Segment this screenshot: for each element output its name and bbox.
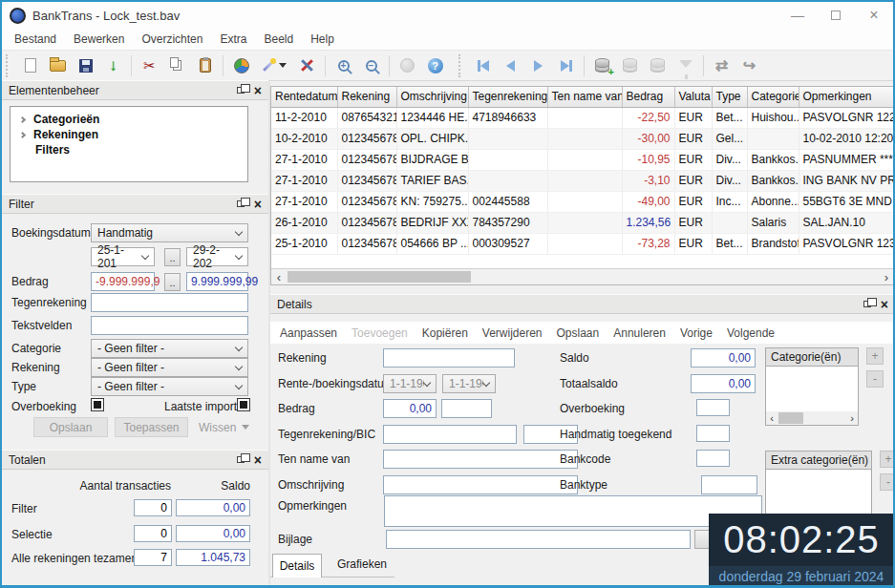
- type-filter-select[interactable]: - Geen filter -: [91, 377, 248, 396]
- scroll-left-button[interactable]: ‹: [766, 411, 778, 425]
- column-header-type[interactable]: Type: [712, 87, 747, 107]
- transaction-row[interactable]: 27-1-2010012345678TARIEF BAS...-3,10EURD…: [271, 170, 894, 191]
- close-panel-icon[interactable]: ×: [254, 453, 262, 467]
- close-panel-icon[interactable]: ×: [881, 298, 888, 311]
- rekening-input[interactable]: [383, 348, 515, 368]
- column-header-opmerkingen[interactable]: Opmerkingen: [799, 87, 894, 107]
- overboeking-checkbox[interactable]: [91, 398, 104, 411]
- delete-record-button[interactable]: [644, 52, 671, 78]
- table-horizontal-scrollbar[interactable]: ‹ ›: [271, 268, 894, 284]
- categorie-filter-select[interactable]: - Geen filter -: [91, 339, 248, 358]
- copy-button[interactable]: [163, 52, 191, 78]
- overboeking-field[interactable]: [696, 399, 730, 416]
- transaction-row[interactable]: 26-1-2010012345678BEDRIJF XXX7843572901.…: [271, 212, 894, 233]
- scrollbar-thumb[interactable]: [778, 412, 803, 424]
- transaction-row[interactable]: 11-2-20100876543211234446 HE...471894663…: [271, 107, 894, 128]
- transfer-button[interactable]: ⇄: [708, 52, 735, 78]
- categorieen-scrollbar[interactable]: ‹ ›: [766, 411, 858, 425]
- scroll-left-button[interactable]: ‹: [271, 269, 287, 284]
- close-panel-icon[interactable]: ×: [254, 84, 262, 97]
- banktype-field[interactable]: [701, 475, 757, 494]
- details-action-volgende[interactable]: Volgende: [727, 326, 775, 340]
- date-from-select[interactable]: 25-1-201: [91, 247, 155, 266]
- help-button[interactable]: ?: [421, 52, 449, 78]
- toolbar-grip[interactable]: [458, 54, 464, 77]
- bedrag-extra-input[interactable]: [441, 399, 492, 418]
- float-panel-icon[interactable]: [237, 200, 245, 207]
- column-header-valuta[interactable]: Valuta: [674, 87, 712, 107]
- tegenrekening-input[interactable]: [91, 293, 248, 312]
- date-range-button[interactable]: ..: [164, 248, 181, 266]
- boekingsdatum-detail-select[interactable]: 1-1-190(: [442, 374, 496, 393]
- menu-item-overzichten[interactable]: Overzichten: [133, 31, 211, 48]
- column-header-rentedatum[interactable]: Rentedatum: [271, 87, 337, 107]
- tree-item-rekeningen[interactable]: Rekeningen: [14, 127, 244, 142]
- last-record-button[interactable]: [552, 52, 580, 78]
- details-action-verwijderen[interactable]: Verwijderen: [482, 326, 543, 340]
- tegenrekening-bic-input[interactable]: [383, 425, 517, 444]
- bijlage-input[interactable]: [386, 530, 691, 549]
- charts-button[interactable]: [227, 52, 255, 78]
- bedrag-range-button[interactable]: ..: [164, 273, 181, 291]
- toepassen-button[interactable]: Toepassen: [115, 417, 188, 437]
- transaction-row[interactable]: 27-1-2010012345678KN: 759275...002445588…: [271, 191, 894, 212]
- bankcode-field[interactable]: [696, 450, 730, 467]
- paste-button[interactable]: [191, 52, 219, 78]
- ten-name-van-input[interactable]: [383, 450, 578, 469]
- zoom-in-button[interactable]: +: [330, 52, 357, 78]
- chevron-right-icon[interactable]: [19, 116, 26, 122]
- details-action-annuleren[interactable]: Annuleren: [613, 326, 666, 340]
- details-action-kopiren[interactable]: Kopiëren: [422, 326, 468, 340]
- float-panel-icon[interactable]: [237, 87, 245, 94]
- globe-button[interactable]: [394, 52, 421, 78]
- menu-item-bewerken[interactable]: Bewerken: [65, 31, 133, 48]
- filter-records-button[interactable]: [671, 52, 699, 78]
- menu-item-bestand[interactable]: Bestand: [6, 31, 65, 48]
- previous-record-button[interactable]: [497, 52, 524, 78]
- chevron-right-icon[interactable]: [19, 131, 26, 137]
- details-action-vorige[interactable]: Vorige: [680, 326, 713, 340]
- details-action-aanpassen[interactable]: Aanpassen: [280, 326, 337, 340]
- transaction-row[interactable]: 27-1-2010012345678BIJDRAGE B...-10,95EUR…: [271, 149, 894, 170]
- bedrag-min-input[interactable]: -9.999.999,9: [91, 272, 155, 291]
- opslaan-filter-button[interactable]: Opslaan: [33, 417, 108, 437]
- handmatig-toegekend-field[interactable]: [696, 425, 730, 442]
- remove-categorie-button[interactable]: -: [866, 370, 884, 388]
- boekingsdatum-select[interactable]: Handmatig: [91, 223, 248, 242]
- float-panel-icon[interactable]: [237, 456, 245, 463]
- column-header-omschrijving[interactable]: Omschrijving: [396, 87, 468, 107]
- export-button[interactable]: ↪: [735, 52, 763, 78]
- tools-button[interactable]: [293, 52, 321, 78]
- tree-item-categorieen[interactable]: Categorieën: [14, 112, 244, 127]
- save-button[interactable]: [72, 52, 99, 78]
- bedrag-input[interactable]: 0,00: [383, 399, 437, 418]
- next-record-button[interactable]: [524, 52, 552, 78]
- maximize-button[interactable]: [817, 2, 855, 29]
- laatste-import-checkbox[interactable]: [237, 398, 250, 411]
- date-to-select[interactable]: 29-2-202: [186, 247, 248, 266]
- tree-item-filters[interactable]: Filters: [14, 142, 244, 158]
- menu-item-help[interactable]: Help: [302, 31, 343, 48]
- float-panel-icon[interactable]: [863, 301, 871, 307]
- scroll-right-button[interactable]: ›: [846, 411, 858, 425]
- tekstvelden-input[interactable]: [91, 316, 248, 335]
- close-panel-icon[interactable]: ×: [254, 198, 262, 211]
- opmerkingen-textarea[interactable]: [384, 495, 762, 527]
- column-header-ten-name-van[interactable]: Ten name van: [547, 87, 622, 107]
- tab-grafieken[interactable]: Grafieken: [337, 557, 387, 571]
- remove-extra-categorie-button[interactable]: -: [880, 473, 895, 491]
- edit-record-button[interactable]: [616, 52, 644, 78]
- column-header-rekening[interactable]: Rekening: [337, 87, 396, 107]
- column-header-categorie[interactable]: Categorie: [747, 87, 799, 107]
- new-file-button[interactable]: [16, 52, 44, 78]
- omschrijving-input[interactable]: [383, 475, 578, 494]
- transaction-row[interactable]: 10-2-2010012345678OPL. CHIPK...-30,00EUR…: [271, 128, 894, 149]
- menu-item-extra[interactable]: Extra: [211, 31, 255, 48]
- scrollbar-thumb[interactable]: [288, 271, 471, 283]
- scroll-right-button[interactable]: ›: [879, 269, 894, 284]
- tab-details[interactable]: Details: [272, 554, 322, 578]
- toolbar-grip[interactable]: [6, 54, 11, 77]
- column-header-tegenrekening[interactable]: Tegenrekening: [468, 87, 547, 107]
- close-button[interactable]: ×: [855, 2, 893, 29]
- add-extra-categorie-button[interactable]: +: [880, 451, 895, 468]
